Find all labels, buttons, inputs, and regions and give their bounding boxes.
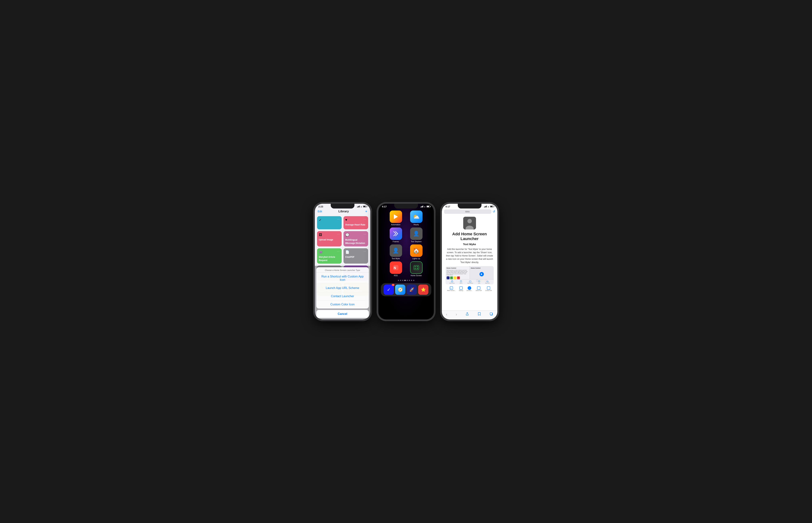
phones-container: 2:23 ▲ Edit Library bbox=[313, 202, 499, 321]
person-avatar bbox=[463, 217, 476, 230]
shortcuts-nav: Edit Library + bbox=[315, 209, 370, 215]
action-copy[interactable]: Create PDF bbox=[485, 286, 492, 291]
share-save-btn[interactable]: Save It bbox=[460, 280, 462, 284]
dot-2 bbox=[400, 280, 401, 281]
safari-content: Add Home Screen Launcher Text Myke Add t… bbox=[442, 215, 497, 294]
action-sheet-item-3[interactable]: Custom Color Icon bbox=[316, 301, 369, 308]
preview-icons-row-0: + K ⭐ R bbox=[447, 276, 468, 279]
preview-icon-2: ⭐ bbox=[454, 276, 457, 279]
frames-icon bbox=[390, 228, 402, 240]
card-menu-1[interactable]: ··· bbox=[364, 218, 366, 220]
dot-6 bbox=[409, 280, 410, 281]
app-text-myke[interactable]: 👤 Text Myke bbox=[390, 245, 402, 259]
page-subtitle: Text Myke bbox=[445, 242, 494, 246]
shortcut-card-3[interactable]: ··· 💬 Multilingual iMessage Dictation bbox=[343, 231, 368, 247]
back-button[interactable]: ‹ bbox=[446, 312, 447, 317]
frames-label: Frames bbox=[393, 240, 399, 242]
card-menu-4[interactable]: ··· bbox=[337, 250, 340, 253]
safari-bar: data: ↺ bbox=[442, 209, 497, 215]
share-links-btn[interactable]: Links bbox=[478, 280, 480, 284]
lights-up-icon: 🏠 bbox=[410, 245, 423, 257]
action-print[interactable]: + Shortcut... bbox=[466, 286, 472, 291]
dot-7 bbox=[411, 280, 412, 281]
preview-icon-3: R bbox=[457, 276, 460, 279]
svg-rect-7 bbox=[417, 268, 418, 269]
edit-button[interactable]: Edit bbox=[318, 210, 322, 213]
tabs-button[interactable] bbox=[490, 312, 493, 317]
share-save-home-btn[interactable]: Save to Home bbox=[467, 280, 473, 284]
forward-button[interactable]: › bbox=[456, 312, 457, 317]
share-add-btn[interactable]: Add to Home bbox=[449, 280, 455, 284]
shortcut-card-1[interactable]: ··· ♥ Average Heart Rate bbox=[343, 216, 368, 229]
card-label-5: ClubPDF bbox=[345, 256, 355, 258]
safari-refresh-button[interactable]: ↺ bbox=[493, 210, 495, 213]
action-sheet-cancel[interactable]: Cancel bbox=[316, 310, 369, 318]
shortcut-card-5[interactable]: ··· 📄 ClubPDF bbox=[343, 248, 368, 264]
shortcut-card-0[interactable]: ··· ✓ bbox=[317, 216, 342, 229]
svg-rect-17 bbox=[487, 281, 488, 282]
action-save-note[interactable]: N Make Screen... bbox=[447, 286, 456, 291]
action-sheet-main: Choose a Home Screen Launcher Type Run a… bbox=[316, 267, 369, 308]
app-frames[interactable]: Frames bbox=[390, 228, 402, 242]
dock-rocket[interactable]: 🚀 bbox=[407, 285, 417, 295]
bookmarks-button[interactable] bbox=[477, 312, 481, 317]
app-lights-up[interactable]: 🏠 Lights Up bbox=[410, 245, 423, 259]
svg-text:N: N bbox=[394, 266, 396, 270]
signal-icon-3 bbox=[484, 205, 487, 208]
phone-1: 2:23 ▲ Edit Library bbox=[313, 202, 372, 321]
action-sheet-item-0[interactable]: Run a Shortcut with Custom App Icon bbox=[316, 272, 369, 284]
page-description: Add this launcher for 'Text Myke' to you… bbox=[445, 248, 494, 264]
preview-card-title-1: Home Control bbox=[471, 267, 493, 269]
text-myke-label: Text Myke bbox=[392, 257, 400, 259]
action-sheet-item-2[interactable]: Contact Launcher bbox=[316, 292, 369, 301]
share-more-btn[interactable]: Share PDF bbox=[485, 280, 490, 284]
action-sheet-header: Choose a Home Screen Launcher Type bbox=[316, 267, 369, 272]
page-dots bbox=[378, 278, 434, 283]
dot-4 bbox=[404, 280, 406, 281]
card-icon-0: ✓ bbox=[319, 218, 340, 222]
phone-2: 4:17 ▲ bbox=[377, 202, 435, 321]
add-button[interactable]: + bbox=[365, 210, 367, 214]
app-hourly[interactable]: ⛅ Hourly bbox=[410, 211, 423, 226]
card-menu-3[interactable]: ··· bbox=[364, 233, 366, 235]
dock-goodlinks[interactable]: ⭐ bbox=[418, 285, 428, 295]
svg-text:N: N bbox=[451, 288, 452, 289]
svg-marker-12 bbox=[481, 273, 482, 275]
app-rss[interactable]: N RSS bbox=[390, 262, 402, 276]
text-myke-icon: 👤 bbox=[390, 245, 402, 257]
home-screen-apps: Automation ⛅ Hourly bbox=[378, 209, 434, 276]
safari-avatar bbox=[463, 217, 476, 230]
action-reading-list[interactable]: Share PDF bbox=[476, 286, 482, 291]
action-sheet-item-1[interactable]: Launch App URL Scheme bbox=[316, 284, 369, 292]
card-menu-2[interactable]: ··· bbox=[337, 233, 340, 235]
phone2-screen: 4:17 ▲ bbox=[378, 204, 434, 320]
app-row-2: Frames 👤 Text Stephen bbox=[384, 228, 428, 242]
card-menu-0[interactable]: ··· bbox=[337, 218, 340, 220]
preview-card-body-0: Add this launcher for 'Home Control' to … bbox=[447, 270, 468, 276]
text-stephen-label: Text Stephen bbox=[411, 240, 421, 242]
battery-icon-1 bbox=[363, 205, 367, 208]
lights-up-label: Lights Up bbox=[412, 257, 420, 259]
card-menu-5[interactable]: ··· bbox=[364, 250, 366, 253]
status-icons-2: ▲ bbox=[421, 205, 430, 208]
dock: ✓ 9 🧭 🚀 ⭐ bbox=[381, 283, 431, 296]
action-web[interactable]: Markup bbox=[459, 286, 463, 291]
library-title: Library bbox=[338, 210, 349, 213]
safari-url-bar[interactable]: data: bbox=[444, 210, 491, 214]
svg-text:+: + bbox=[447, 277, 448, 279]
safari-toolbar: ‹ › bbox=[442, 310, 497, 320]
shortcut-card-2[interactable]: ··· 🖼 Upload Image bbox=[317, 231, 342, 247]
dock-safari[interactable]: 🧭 bbox=[395, 285, 405, 295]
app-automation[interactable]: Automation bbox=[390, 211, 402, 226]
status-bar-1: 2:23 ▲ bbox=[315, 204, 370, 209]
signal-icon-2 bbox=[421, 205, 423, 208]
dock-omnifocus[interactable]: ✓ 9 bbox=[384, 285, 394, 295]
app-text-stephen[interactable]: 👤 Text Stephen bbox=[410, 228, 423, 242]
shortcut-card-4[interactable]: ··· 👾 Storybot Article Request bbox=[317, 248, 342, 264]
card-icon-3: 💬 bbox=[345, 233, 366, 237]
share-button[interactable] bbox=[465, 312, 469, 317]
svg-rect-15 bbox=[469, 281, 471, 282]
rss-icon: N bbox=[390, 262, 402, 274]
automation-label: Automation bbox=[391, 224, 401, 226]
app-home-screen[interactable]: Home Screen bbox=[410, 262, 423, 276]
